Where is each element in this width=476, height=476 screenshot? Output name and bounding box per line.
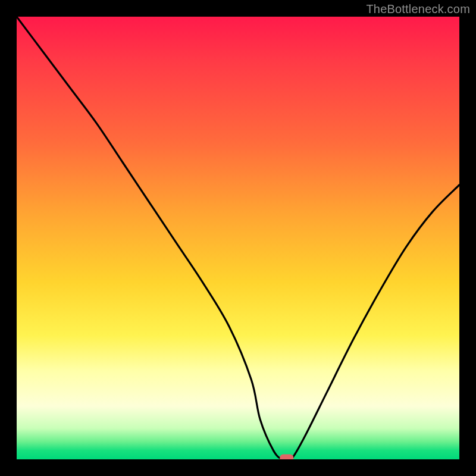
bottleneck-curve [17, 17, 459, 459]
chart-frame: TheBottleneck.com [0, 0, 476, 476]
plot-area [17, 17, 459, 459]
watermark-text: TheBottleneck.com [366, 2, 470, 16]
curve-path [17, 17, 459, 459]
minimum-marker [280, 455, 293, 459]
